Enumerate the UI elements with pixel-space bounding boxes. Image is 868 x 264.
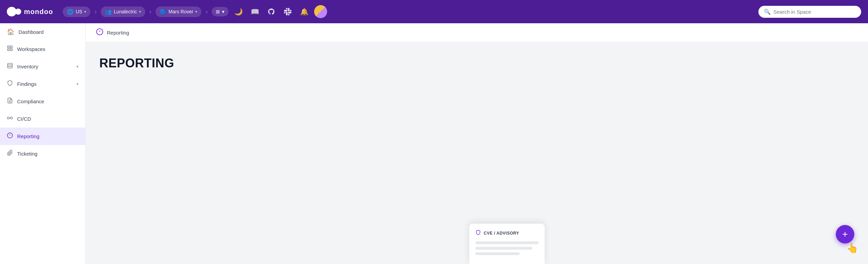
- svg-rect-3: [11, 49, 12, 51]
- sidebar-label-cicd: CI/CD: [17, 116, 31, 122]
- org-label: Lunalectric: [114, 9, 137, 14]
- inventory-icon: [7, 63, 13, 70]
- nav-sep-3: ›: [206, 8, 208, 15]
- page-title: REPORTING: [99, 56, 854, 70]
- topnav: mondoo 🌐 US ▾ › 👥 Lunalectric ▾ › 🔵 Mars…: [0, 0, 868, 23]
- card-line-2: [475, 247, 532, 250]
- layout: 🏠 Dashboard Workspaces Inventory ▾ Findi…: [0, 23, 868, 264]
- breadcrumb: Reporting: [86, 23, 868, 42]
- page-content: REPORTING CVE / ADVISORY: [86, 42, 868, 98]
- sidebar-item-dashboard[interactable]: 🏠 Dashboard: [0, 23, 85, 40]
- reporting-icon: [7, 132, 13, 140]
- sidebar-item-findings[interactable]: Findings ▾: [0, 75, 85, 93]
- nav-sep-2: ›: [149, 8, 151, 15]
- sidebar-item-cicd[interactable]: CI/CD: [0, 110, 85, 128]
- card-header: CVE / ADVISORY: [475, 230, 538, 237]
- region-label: US: [76, 9, 82, 14]
- github-icon[interactable]: [265, 5, 278, 18]
- region-chevron: ▾: [84, 10, 86, 14]
- region-selector[interactable]: 🌐 US ▾: [63, 6, 90, 17]
- svg-rect-4: [8, 63, 12, 68]
- svg-rect-1: [11, 46, 12, 48]
- brand-name: mondoo: [24, 8, 53, 16]
- logo[interactable]: mondoo: [7, 7, 53, 16]
- sidebar-item-workspaces[interactable]: Workspaces: [0, 40, 85, 58]
- sidebar-item-ticketing[interactable]: Ticketing: [0, 145, 85, 162]
- card-title: CVE / ADVISORY: [484, 231, 519, 236]
- sidebar-item-reporting[interactable]: Reporting: [0, 128, 85, 145]
- logo-icon: [7, 7, 21, 16]
- grid-view-btn[interactable]: ⊞ ▾: [212, 7, 228, 16]
- cursor-pointer: 👆: [846, 242, 858, 254]
- workspaces-icon: [7, 45, 13, 53]
- svg-rect-2: [8, 49, 9, 51]
- bell-icon[interactable]: 🔔: [298, 5, 311, 18]
- findings-arrow: ▾: [76, 82, 78, 87]
- org-icon: 👥: [105, 9, 112, 15]
- globe-icon: 🌐: [67, 9, 74, 15]
- add-report-button[interactable]: +: [836, 225, 854, 243]
- grid-chevron: ▾: [222, 9, 224, 14]
- breadcrumb-icon: [96, 28, 103, 37]
- sidebar-item-inventory[interactable]: Inventory ▾: [0, 58, 85, 75]
- theme-toggle[interactable]: [314, 5, 327, 18]
- org-selector[interactable]: 👥 Lunalectric ▾: [101, 6, 145, 17]
- breadcrumb-text: Reporting: [107, 30, 129, 36]
- sidebar-label-dashboard: Dashboard: [18, 29, 44, 35]
- book-icon[interactable]: 📖: [248, 5, 261, 18]
- plus-icon: +: [842, 229, 848, 240]
- card-line-1: [475, 241, 538, 244]
- moon-icon[interactable]: 🌙: [232, 5, 245, 18]
- compliance-icon: [7, 97, 13, 105]
- sidebar-label-workspaces: Workspaces: [17, 46, 45, 52]
- findings-icon: [7, 80, 13, 88]
- space-chevron: ▾: [195, 10, 197, 14]
- nav-sep-1: ›: [95, 8, 97, 15]
- space-icon: 🔵: [160, 9, 166, 15]
- card-line-3: [475, 252, 520, 255]
- search-bar[interactable]: 🔍: [758, 6, 861, 18]
- cicd-icon: [7, 115, 13, 123]
- card-shield-icon: [475, 230, 481, 237]
- space-selector[interactable]: 🔵 Mars Rover ▾: [156, 6, 201, 17]
- search-input[interactable]: [773, 9, 856, 15]
- main-content: Reporting REPORTING CVE / ADVISORY +: [86, 23, 868, 264]
- sidebar: 🏠 Dashboard Workspaces Inventory ▾ Findi…: [0, 23, 86, 264]
- search-icon: 🔍: [764, 9, 771, 15]
- inventory-arrow: ▾: [76, 64, 78, 69]
- sidebar-item-compliance[interactable]: Compliance: [0, 93, 85, 110]
- org-chevron: ▾: [139, 10, 141, 14]
- sidebar-label-ticketing: Ticketing: [17, 151, 37, 157]
- slack-icon[interactable]: [281, 5, 294, 18]
- sidebar-label-compliance: Compliance: [17, 98, 44, 104]
- sidebar-label-reporting: Reporting: [17, 133, 39, 139]
- space-label: Mars Rover: [169, 9, 193, 14]
- svg-rect-0: [8, 46, 9, 48]
- grid-icon: ⊞: [216, 9, 220, 14]
- home-icon: 🏠: [7, 28, 14, 36]
- report-card-preview: CVE / ADVISORY: [469, 224, 545, 264]
- ticketing-icon: [7, 150, 13, 158]
- sidebar-label-findings: Findings: [17, 81, 37, 87]
- sidebar-label-inventory: Inventory: [17, 64, 38, 69]
